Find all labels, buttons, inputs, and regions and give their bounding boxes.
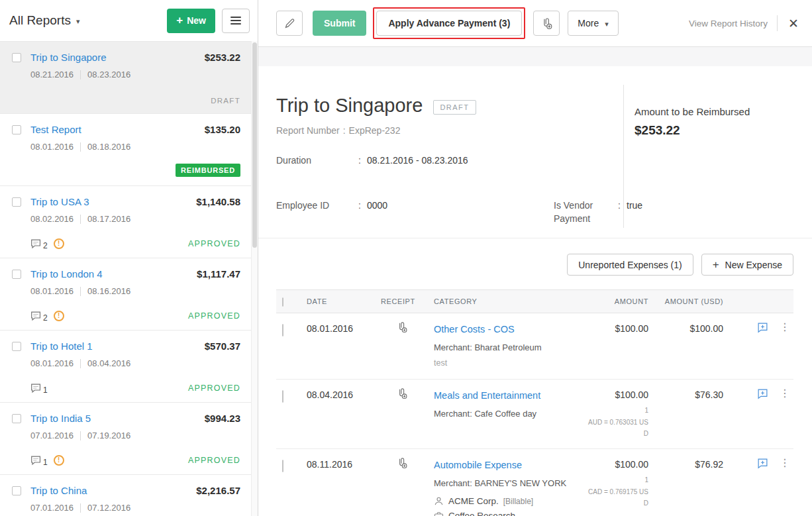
sidebar-scrollbar[interactable] — [251, 41, 258, 516]
report-dates: 08.01.2016 08.04.2016 — [30, 358, 240, 368]
report-toolbar: Submit Apply Advance Payment (3) More ▾ … — [258, 0, 812, 47]
col-category: CATEGORY — [427, 297, 582, 305]
chevron-down-icon: ▾ — [605, 20, 609, 28]
report-dates: 07.01.2016 07.12.2016 — [30, 503, 240, 513]
col-amount-usd: AMOUNT (USD) — [648, 297, 723, 305]
report-title-link[interactable]: Test Report — [30, 124, 81, 135]
attach-receipt-button[interactable] — [533, 11, 560, 36]
scrollbar-thumb[interactable] — [252, 42, 257, 248]
report-list-item[interactable]: Trip to China $2,216.57 07.01.2016 07.12… — [0, 475, 251, 516]
apply-advance-payment-button[interactable]: Apply Advance Payment (3) — [376, 11, 522, 36]
kebab-menu-icon[interactable]: ⋮ — [780, 322, 790, 333]
comment-icon — [30, 311, 42, 321]
report-checkbox[interactable] — [12, 270, 21, 279]
report-title-link[interactable]: Trip to Hotel 1 — [30, 340, 93, 352]
divider — [623, 85, 624, 228]
receipt-icon[interactable] — [374, 387, 427, 399]
table-row: 08.04.2016 Meals and Entertainment Merch… — [276, 380, 793, 449]
more-label: More — [578, 18, 599, 28]
view-report-history-link[interactable]: View Report History — [689, 19, 768, 28]
close-button[interactable]: ✕ — [787, 16, 800, 31]
new-expense-button[interactable]: + New Expense — [701, 254, 793, 276]
plus-icon: + — [713, 258, 719, 272]
more-button[interactable]: More ▾ — [568, 11, 618, 36]
all-reports-dropdown[interactable]: All Reports ▾ — [9, 13, 167, 28]
edit-button[interactable] — [276, 11, 303, 36]
receipt-icon[interactable] — [374, 321, 427, 333]
report-title-link[interactable]: Trip to London 4 — [30, 268, 103, 280]
receipt-attach-icon — [540, 17, 553, 30]
select-all-checkbox[interactable] — [282, 297, 283, 307]
report-header: Trip to Singapore DRAFT Report Number:Ex… — [258, 66, 812, 238]
reimbursement-amount: $253.22 — [634, 123, 750, 138]
submit-button[interactable]: Submit — [313, 11, 366, 36]
report-amount: $994.23 — [205, 413, 240, 424]
report-amount: $253.22 — [205, 52, 240, 63]
close-icon: ✕ — [788, 17, 799, 30]
report-dates: 08.01.2016 08.18.2016 — [30, 142, 240, 152]
comment-icon — [30, 383, 42, 393]
report-checkbox[interactable] — [12, 414, 21, 423]
report-title-link[interactable]: Trip to China — [30, 485, 87, 496]
report-checkbox[interactable] — [12, 486, 21, 495]
report-dates: 08.21.2016 08.23.2016 — [30, 70, 240, 79]
expense-date: 08.04.2016 — [300, 389, 374, 400]
table-row: 08.01.2016 Other Costs - COS Merchant: B… — [276, 313, 793, 380]
status-badge: APPROVED — [188, 384, 240, 393]
report-list-item[interactable]: Trip to Hotel 1 $570.37 08.01.2016 08.04… — [0, 331, 251, 403]
comment-icon — [30, 238, 42, 249]
expense-category-link[interactable]: Automobile Expense — [434, 460, 522, 470]
report-title-link[interactable]: Trip to USA 3 — [30, 196, 89, 207]
report-dates: 08.02.2016 08.17.2016 — [30, 214, 240, 224]
report-list-item[interactable]: Trip to USA 3 $1,140.58 08.02.2016 08.17… — [0, 186, 251, 258]
row-checkbox[interactable] — [282, 324, 283, 336]
row-checkbox[interactable] — [282, 390, 283, 403]
add-comment-icon[interactable] — [757, 388, 768, 399]
kebab-menu-icon[interactable]: ⋮ — [780, 388, 790, 399]
row-checkbox[interactable] — [282, 460, 283, 472]
report-list-item[interactable]: Trip to Singapore $253.22 08.21.2016 08.… — [0, 42, 251, 114]
expense-amount: $100.00 — [615, 459, 648, 470]
report-list: Trip to Singapore $253.22 08.21.2016 08.… — [0, 41, 251, 516]
expense-category-link[interactable]: Other Costs - COS — [434, 324, 515, 335]
report-amount: $2,216.57 — [196, 485, 240, 496]
kebab-menu-icon[interactable]: ⋮ — [780, 458, 790, 468]
report-detail-card: Trip to Singapore DRAFT Report Number:Ex… — [258, 66, 812, 516]
chevron-down-icon: ▾ — [76, 17, 80, 26]
annotation-highlight: Apply Advance Payment (3) — [373, 7, 525, 39]
exchange-rate-note: 1 CAD = 0.769175 US D — [582, 474, 648, 509]
expense-merchant: Merchant: Bharat Petroleum — [434, 342, 582, 352]
report-list-item[interactable]: Test Report $135.20 08.01.2016 08.18.201… — [0, 114, 251, 186]
comment-count: 1 — [43, 387, 48, 393]
add-comment-icon[interactable] — [757, 458, 768, 469]
status-badge: APPROVED — [188, 239, 240, 248]
divider — [777, 15, 778, 31]
report-list-item[interactable]: Trip to India 5 $994.23 07.01.2016 07.19… — [0, 403, 251, 475]
new-report-button[interactable]: + New — [167, 9, 215, 33]
report-checkbox[interactable] — [12, 342, 21, 351]
report-checkbox[interactable] — [12, 125, 21, 134]
report-list-item[interactable]: Trip to London 4 $1,117.47 08.01.2016 08… — [0, 258, 251, 331]
expense-amount-usd: $76.30 — [648, 389, 723, 400]
report-title-link[interactable]: Trip to India 5 — [30, 413, 91, 424]
unreported-expenses-button[interactable]: Unreported Expenses (1) — [567, 254, 693, 276]
expense-category-link[interactable]: Meals and Entertainment — [434, 390, 540, 401]
table-header: DATE RECEIPT CATEGORY AMOUNT AMOUNT (USD… — [276, 289, 793, 313]
receipt-icon[interactable] — [374, 457, 427, 469]
expense-actions-row: Unreported Expenses (1) + New Expense — [258, 238, 812, 276]
all-reports-label: All Reports — [9, 13, 71, 28]
add-comment-icon[interactable] — [757, 322, 768, 333]
report-amount: $570.37 — [205, 340, 240, 352]
expense-amount: $100.00 — [615, 389, 648, 400]
report-detail-panel: Submit Apply Advance Payment (3) More ▾ … — [258, 0, 812, 516]
report-dates: 07.01.2016 07.19.2016 — [30, 431, 240, 440]
duration-field: Duration : 08.21.2016 - 08.23.2016 — [276, 154, 793, 167]
report-checkbox[interactable] — [12, 197, 21, 207]
menu-icon — [230, 17, 241, 18]
expense-amount-usd: $76.92 — [648, 459, 723, 470]
reimbursement-panel: Amount to be Reimbursed $253.22 — [634, 106, 750, 138]
menu-button[interactable] — [222, 9, 250, 33]
report-title-link[interactable]: Trip to Singapore — [30, 52, 107, 63]
report-checkbox[interactable] — [12, 53, 21, 62]
app-window: All Reports ▾ + New Trip to Singapore $2… — [0, 0, 812, 516]
